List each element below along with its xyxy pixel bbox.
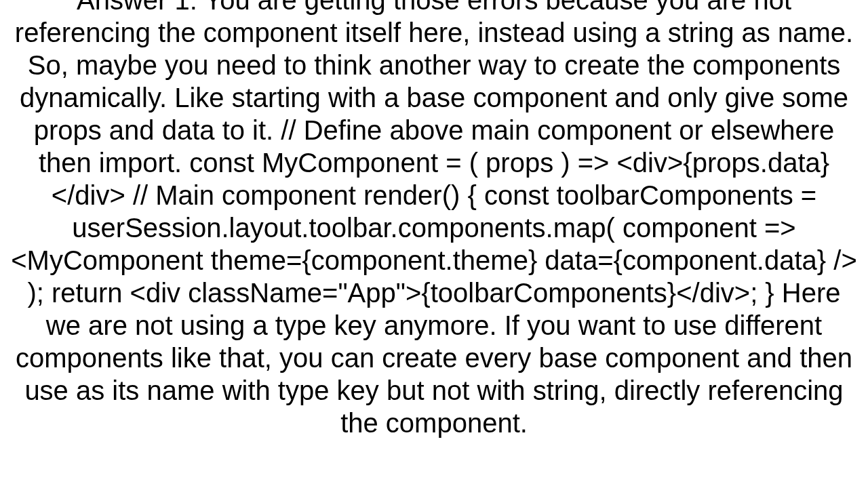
answer-body: Answer 1: You are getting those errors b… (0, 0, 868, 439)
answer-text: Answer 1: You are getting those errors b… (11, 0, 857, 438)
